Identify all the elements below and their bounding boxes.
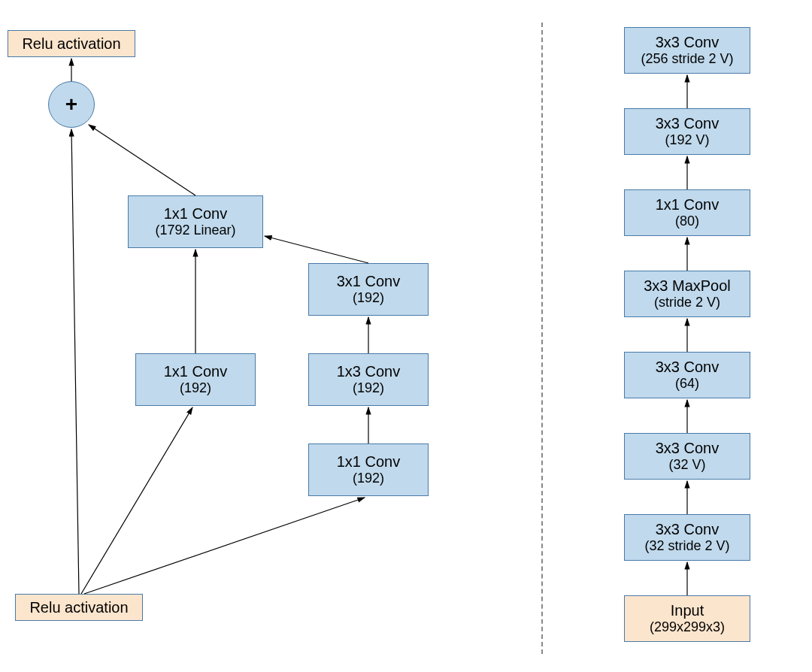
- stem-conv-32v-l1: 3x3 Conv: [656, 439, 720, 457]
- conv-1x1-linear: 1x1 Conv (1792 Linear): [128, 195, 263, 248]
- svg-line-1: [71, 129, 79, 594]
- conv-3x1-192-l2: (192): [353, 290, 384, 307]
- conv-3x1-192: 3x1 Conv (192): [308, 263, 429, 316]
- conv-1x3-192-l1: 1x3 Conv: [337, 362, 401, 380]
- stem-conv-192v-l1: 3x3 Conv: [656, 114, 720, 132]
- conv-1x1-linear-l1: 1x1 Conv: [164, 204, 228, 222]
- stem-conv-80-l2: (80): [675, 213, 699, 230]
- stem-maxpool: 3x3 MaxPool (stride 2 V): [624, 271, 750, 317]
- stem-conv-32v-l2: (32 V): [668, 457, 705, 474]
- stem-conv-80-l1: 1x1 Conv: [656, 195, 720, 213]
- svg-line-2: [89, 125, 195, 195]
- stem-input-l1: Input: [671, 601, 704, 619]
- stem-conv-256-l1: 3x3 Conv: [656, 33, 720, 51]
- stem-conv-32s2-l2: (32 stride 2 V): [644, 538, 729, 555]
- svg-line-7: [81, 407, 192, 594]
- stem-maxpool-l2: (stride 2 V): [654, 295, 720, 311]
- stem-conv-64-l2: (64): [675, 376, 699, 392]
- stem-maxpool-l1: 3x3 MaxPool: [644, 277, 731, 295]
- stem-conv-256: 3x3 Conv (256 stride 2 V): [624, 27, 750, 74]
- relu-top: Relu activation: [8, 30, 135, 57]
- conv-1x1-192-left-l1: 1x1 Conv: [164, 362, 228, 380]
- conv-3x1-192-l1: 3x1 Conv: [337, 272, 401, 290]
- svg-line-4: [265, 236, 368, 263]
- stem-conv-80: 1x1 Conv (80): [624, 189, 750, 236]
- conv-1x3-192-l2: (192): [353, 380, 384, 397]
- stem-conv-32s2-l1: 3x3 Conv: [656, 520, 720, 538]
- stem-input-l2: (299x299x3): [650, 619, 725, 636]
- stem-conv-192v-l2: (192 V): [665, 132, 709, 149]
- stem-conv-64: 3x3 Conv (64): [624, 352, 750, 398]
- stem-conv-32v: 3x3 Conv (32 V): [624, 433, 750, 480]
- stem-conv-64-l1: 3x3 Conv: [656, 358, 720, 376]
- svg-line-8: [84, 498, 365, 594]
- stem-input: Input (299x299x3): [624, 595, 750, 642]
- add-node: +: [48, 81, 95, 128]
- conv-1x1-192-left-l2: (192): [180, 380, 211, 397]
- conv-1x1-192-right-l2: (192): [353, 471, 384, 487]
- conv-1x1-192-right-l1: 1x1 Conv: [337, 453, 401, 471]
- plus-icon: +: [65, 92, 77, 117]
- relu-bottom: Relu activation: [15, 594, 143, 621]
- relu-bottom-label: Relu activation: [29, 598, 128, 616]
- stem-conv-256-l2: (256 stride 2 V): [641, 51, 733, 68]
- conv-1x1-192-right: 1x1 Conv (192): [308, 443, 429, 496]
- stem-conv-32s2: 3x3 Conv (32 stride 2 V): [624, 514, 750, 561]
- stem-conv-192v: 3x3 Conv (192 V): [624, 108, 750, 155]
- relu-top-label: Relu activation: [22, 35, 120, 53]
- conv-1x3-192: 1x3 Conv (192): [308, 353, 429, 406]
- conv-1x1-192-left: 1x1 Conv (192): [135, 353, 256, 406]
- conv-1x1-linear-l2: (1792 Linear): [155, 222, 235, 239]
- arrows-layer: [0, 0, 812, 672]
- divider: [541, 23, 543, 654]
